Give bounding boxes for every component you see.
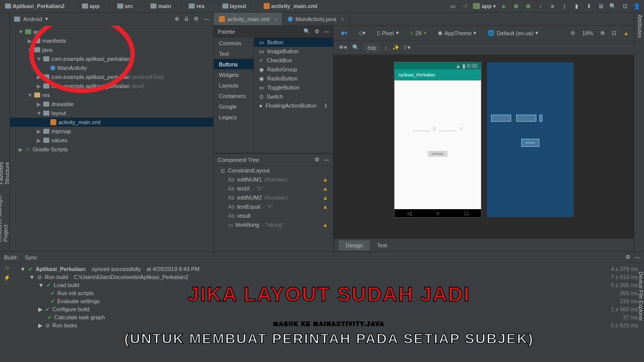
design-toolbar-2: 👁▾ 🔍 8dp ↕ ✨ I ▾ (334, 41, 634, 55)
eye-dropdown[interactable]: ◆▾ (339, 29, 350, 37)
palette-item-togglebutton[interactable]: ▭ToggleButton (254, 83, 333, 92)
build-label: Build: (4, 254, 18, 260)
editor-area: activity_main.xml× MainActivity.java× Pa… (214, 13, 634, 251)
download-icon[interactable]: ⬇ (324, 103, 328, 109)
preview-blueprint[interactable]: HITUNG (487, 62, 574, 217)
settings-icon[interactable]: ⊡ (621, 2, 629, 10)
tab-mainactivity[interactable]: MainActivity.java× (283, 13, 350, 25)
device-icon[interactable]: ▭ (449, 2, 457, 10)
profile-icon[interactable]: ⬣ (524, 2, 532, 10)
sdk-icon[interactable]: ⬇ (585, 2, 593, 10)
gear-icon[interactable]: ⚙ (194, 16, 199, 22)
palette-cat-common[interactable]: Common (214, 38, 254, 48)
palette-cat-layouts[interactable]: Layouts (214, 80, 254, 90)
target-icon[interactable]: ⊕ (175, 16, 179, 22)
hide-icon[interactable]: — (204, 16, 209, 22)
hide-icon[interactable]: — (324, 156, 329, 163)
rail-resmgr[interactable]: Resource Manager (0, 15, 3, 242)
top-toolbar: Aplikasi_Perkalian2〉 app〉 src〉 main〉 res… (0, 0, 644, 13)
ct-textequal[interactable]: AbtextEqual- "="▲ (214, 202, 333, 211)
rail-favorites[interactable]: Favorites (0, 151, 4, 185)
run-config[interactable]: app ▾ (473, 2, 496, 10)
zoom-out-icon[interactable]: ⊖ (571, 30, 575, 36)
text-align-icon[interactable]: I ▾ (405, 44, 411, 51)
palette-cat-containers[interactable]: Containers (214, 90, 254, 101)
ct-textx[interactable]: AbtextX- "X"▲ (214, 184, 333, 193)
palette-item-fab[interactable]: ●FloatingActionButton⬇ (254, 101, 333, 110)
rail-attributes[interactable]: Attributes (637, 15, 643, 249)
rail-devicefileexplorer[interactable]: Device File Explorer (638, 272, 644, 321)
palette-item-switch[interactable]: ⊙Switch (254, 92, 333, 101)
view-options[interactable]: 👁▾ (339, 44, 347, 51)
avd-icon[interactable]: ▮ (573, 2, 581, 10)
device-dropdown[interactable]: ▯ Pixel▾ (375, 29, 401, 37)
user-icon[interactable]: 👤 (633, 2, 641, 10)
warning-icon[interactable]: ▲ (623, 30, 629, 36)
tab-text[interactable]: Text (370, 240, 394, 250)
bc-layout[interactable]: layout (220, 3, 248, 10)
theme-dropdown[interactable]: ◉ AppTheme▾ (436, 29, 479, 37)
api-dropdown[interactable]: ≡ 28▾ (408, 29, 429, 37)
palette-cat-widgets[interactable]: Widgets (214, 69, 254, 80)
palette-item-imagebutton[interactable]: ▭ImageButton (254, 47, 333, 56)
zoom-in-icon[interactable]: ⊕ (600, 30, 605, 36)
structure-icon[interactable]: ⊞ (597, 2, 605, 10)
bc-app[interactable]: app (80, 3, 102, 10)
zoom-value: 18% (582, 30, 593, 36)
filter-icon[interactable]: ⚡ (4, 275, 11, 281)
toolbar-actions: ▭ ↺ app ▾ ▶ ⬢ ⬣ ⤓ ■ | ▮ ⬇ ⊞ 🔍 ⊡ 👤 (449, 2, 641, 10)
palette-item-button[interactable]: ▭Button (254, 38, 333, 47)
hide-icon[interactable]: — (634, 254, 640, 260)
close-icon[interactable]: × (341, 16, 344, 22)
attach-icon[interactable]: ⤓ (536, 2, 544, 10)
hide-icon[interactable]: — (324, 28, 329, 35)
palette-cat-google[interactable]: Google (214, 101, 254, 112)
close-icon[interactable]: × (274, 16, 277, 22)
margin-selector[interactable]: 8dp (364, 44, 379, 52)
locale-dropdown[interactable]: 🌐 Default (en-us)▾ (486, 29, 540, 37)
bc-src[interactable]: src (115, 3, 135, 10)
palette-cat-text[interactable]: Text (214, 48, 254, 59)
bc-main[interactable]: main (148, 3, 173, 10)
preview-design[interactable]: ▲▮8:00 Aplikasi_Perkalian X= HITUNG ◁○□ (394, 62, 481, 217)
ct-editnum2[interactable]: AbeditNUM2(Number)▲ (214, 193, 333, 202)
gear-icon[interactable]: ⚙ (314, 156, 319, 163)
palette-header: Palette 🔍⚙— (214, 26, 333, 38)
ct-root[interactable]: ⊏ConstraintLayout (214, 166, 333, 175)
bc-file[interactable]: activity_main.xml (262, 3, 319, 10)
search-icon[interactable]: 🔍 (303, 28, 310, 35)
collapse-icon[interactable]: ⇊ (184, 16, 189, 22)
palette-cat-buttons[interactable]: Buttons (214, 59, 254, 69)
tab-activity-main[interactable]: activity_main.xml× (214, 13, 283, 25)
project-view-selector[interactable]: Android ▾ (14, 16, 48, 22)
bc-project[interactable]: Aplikasi_Perkalian2 (3, 3, 66, 10)
ct-btnhitung[interactable]: ▭btnHitung- "hitung"▲ (214, 220, 333, 229)
ct-result[interactable]: Abresult (214, 211, 333, 220)
palette-item-radiogroup[interactable]: ◉RadioGroup (254, 65, 333, 74)
zoom-fit-icon[interactable]: ⊡ (612, 30, 616, 36)
build-sync-tab[interactable]: Sync (25, 254, 37, 260)
left-tool-rail: Project Resource Manager (0, 13, 10, 251)
sync-icon[interactable]: ↺ (461, 2, 469, 10)
debug-icon[interactable]: ⬢ (512, 2, 520, 10)
tree-item-activity-main[interactable]: activity_main.xml (10, 118, 213, 127)
ct-editnum1[interactable]: AbeditNUM1(Number)▲ (214, 175, 333, 184)
gear-icon[interactable]: ⚙ (625, 254, 630, 260)
magnifier-icon[interactable]: 🔍 (352, 44, 359, 51)
run-icon[interactable]: ▶ (500, 2, 508, 10)
project-tree[interactable]: ▼app ▶manifests ▼java ▼com.example.aplik… (10, 26, 213, 251)
gear-icon[interactable]: ⚙ (314, 28, 319, 35)
palette-item-checkbox[interactable]: ✓CheckBox (254, 56, 333, 65)
search-icon[interactable]: 🔍 (609, 2, 617, 10)
restart-icon[interactable]: ↻ (5, 265, 10, 272)
bc-res[interactable]: res (187, 3, 207, 10)
palette-cat-legacy[interactable]: Legacy (214, 112, 254, 122)
stop-icon[interactable]: ■ (548, 2, 556, 10)
wand-icon[interactable]: ✨ (392, 44, 399, 51)
palette-item-radiobutton[interactable]: ◉RadioButton (254, 74, 333, 83)
align-icon[interactable]: ↕ (384, 45, 387, 51)
orientation-dropdown[interactable]: ◇▾ (357, 29, 368, 37)
tab-design[interactable]: Design (339, 240, 370, 250)
rail-project[interactable]: Project (3, 15, 9, 242)
rail-structure[interactable]: Structure (4, 151, 10, 185)
